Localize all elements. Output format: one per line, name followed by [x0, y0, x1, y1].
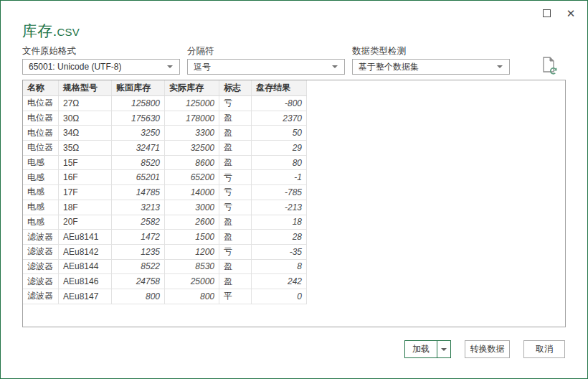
load-button[interactable]: 加载	[405, 341, 437, 357]
load-split-button: 加载	[404, 340, 451, 358]
table-cell: 16F	[59, 170, 112, 185]
table-cell: 175630	[112, 111, 165, 126]
table-cell: 24758	[112, 274, 165, 289]
chevron-down-icon	[497, 65, 503, 68]
table-cell: -213	[252, 200, 307, 215]
table-cell: 亏	[219, 96, 252, 111]
table-cell: 8522	[112, 259, 165, 274]
table-row: 滤波器AEu814212351200亏-35	[23, 244, 307, 259]
table-cell: 14785	[112, 185, 165, 200]
table-cell: 125800	[112, 96, 165, 111]
column-header: 标志	[219, 80, 252, 96]
table-cell: 1500	[165, 230, 219, 245]
table-cell: 8600	[165, 155, 219, 170]
table-cell: 125000	[165, 96, 219, 111]
type-detection-dropdown[interactable]: 基于整个数据集	[352, 59, 510, 75]
table-cell: 80	[252, 155, 307, 170]
table-row: 电感20F25822600盈18	[23, 215, 307, 230]
table-cell: 2600	[165, 215, 219, 230]
table-row: 电感17F1478514000亏-785	[23, 185, 307, 200]
table-cell: 滤波器	[23, 244, 59, 259]
close-icon: ✕	[566, 8, 576, 19]
footer-actions: 加载 转换数据 取消	[404, 340, 565, 358]
page-title: 库存.csv	[22, 21, 80, 41]
file-origin-field: 文件原始格式 65001: Unicode (UTF-8)	[22, 45, 180, 75]
table-cell: 盈	[219, 141, 252, 156]
table-cell: 1235	[112, 244, 165, 259]
table-cell: 178000	[165, 111, 219, 126]
table-cell: 电位器	[23, 126, 59, 141]
table-cell: AEu8142	[59, 244, 112, 259]
table-row: 电位器34Ω32503300盈50	[23, 126, 307, 141]
table-cell: -1	[252, 170, 307, 185]
delimiter-value: 逗号	[194, 61, 211, 73]
table-cell: 3250	[112, 126, 165, 141]
delimiter-dropdown[interactable]: 逗号	[187, 59, 345, 75]
maximize-button[interactable]	[534, 4, 559, 22]
table-cell: -785	[252, 185, 307, 200]
table-row: 电位器30Ω175630178000盈2370	[23, 111, 307, 126]
table-cell: 滤波器	[23, 259, 59, 274]
table-cell: 1200	[165, 244, 219, 259]
close-button[interactable]: ✕	[559, 4, 583, 22]
table-cell: 15F	[59, 155, 112, 170]
table-cell: AEu8146	[59, 274, 112, 289]
table-cell: 35Ω	[59, 141, 112, 156]
file-origin-dropdown[interactable]: 65001: Unicode (UTF-8)	[22, 59, 180, 75]
table-cell: 14000	[165, 185, 219, 200]
table-cell: 电感	[23, 215, 59, 230]
table-cell: 电感	[23, 200, 59, 215]
table-cell: 8530	[165, 259, 219, 274]
table-cell: 30Ω	[59, 111, 112, 126]
preview-table: 名称规格型号账面库存实际库存标志盘存结果 电位器27Ω125800125000亏…	[22, 80, 307, 304]
table-cell: 3213	[112, 200, 165, 215]
chevron-down-icon	[441, 348, 447, 351]
column-header: 盘存结果	[252, 80, 307, 96]
table-cell: 亏	[219, 170, 252, 185]
table-cell: 32471	[112, 141, 165, 156]
table-cell: 电感	[23, 185, 59, 200]
maximize-icon	[543, 9, 551, 17]
table-cell: 滤波器	[23, 230, 59, 245]
table-row: 电感16F6520165200亏-1	[23, 170, 307, 185]
table-row: 电位器27Ω125800125000亏-800	[23, 96, 307, 111]
table-cell: 25000	[165, 274, 219, 289]
table-cell: 3000	[165, 200, 219, 215]
type-detection-field: 数据类型检测 基于整个数据集	[352, 45, 510, 75]
table-cell: 3300	[165, 126, 219, 141]
table-cell: 0	[252, 289, 307, 304]
csv-import-dialog: ✕ 库存.csv 文件原始格式 65001: Unicode (UTF-8) 分…	[0, 0, 588, 379]
transform-data-button[interactable]: 转换数据	[465, 340, 510, 358]
table-cell: 平	[219, 289, 252, 304]
table-header-row: 名称规格型号账面库存实际库存标志盘存结果	[23, 80, 307, 96]
load-options-button[interactable]	[437, 341, 450, 357]
table-cell: 2582	[112, 215, 165, 230]
table-cell: -35	[252, 244, 307, 259]
table-cell: 18	[252, 215, 307, 230]
table-cell: 29	[252, 141, 307, 156]
table-row: 滤波器AEu814485228530盈8	[23, 259, 307, 274]
table-row: 电位器35Ω3247132500盈29	[23, 141, 307, 156]
delimiter-field: 分隔符 逗号	[187, 45, 345, 75]
table-cell: 盈	[219, 230, 252, 245]
table-cell: 盈	[219, 274, 252, 289]
table-cell: 亏	[219, 200, 252, 215]
data-preview-panel: 名称规格型号账面库存实际库存标志盘存结果 电位器27Ω125800125000亏…	[22, 80, 566, 327]
table-row: 滤波器AEu814114721500盈28	[23, 230, 307, 245]
table-cell: 电感	[23, 170, 59, 185]
table-cell: 65200	[165, 170, 219, 185]
table-cell: 电位器	[23, 111, 59, 126]
table-cell: 28	[252, 230, 307, 245]
table-cell: 50	[252, 126, 307, 141]
table-cell: 65201	[112, 170, 165, 185]
window-controls: ✕	[534, 4, 583, 22]
table-cell: 盈	[219, 111, 252, 126]
table-cell: 盈	[219, 126, 252, 141]
cancel-button[interactable]: 取消	[523, 340, 565, 358]
type-detection-value: 基于整个数据集	[359, 61, 419, 73]
table-cell: 34Ω	[59, 126, 112, 141]
table-row: 电感15F85208600盈80	[23, 155, 307, 170]
column-header: 名称	[23, 80, 59, 96]
table-cell: 800	[112, 289, 165, 304]
refresh-preview-button[interactable]	[539, 55, 560, 77]
